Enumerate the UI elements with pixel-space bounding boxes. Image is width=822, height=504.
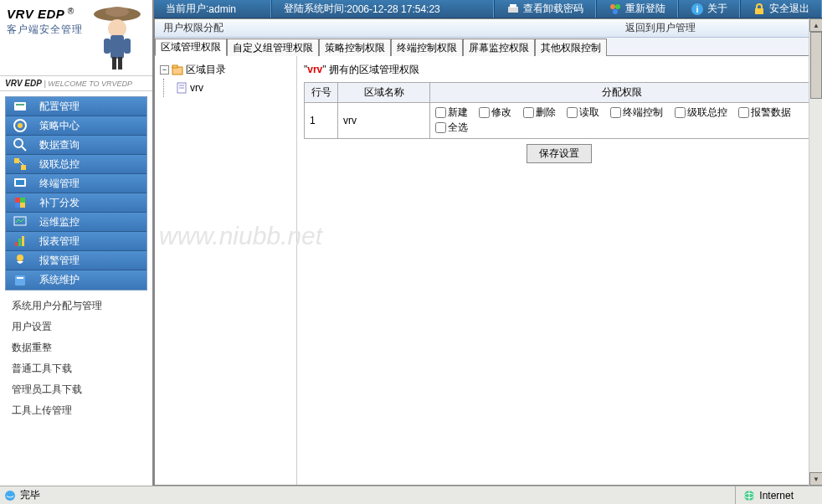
page-title: 用户权限分配: [163, 21, 223, 35]
save-button[interactable]: 保存设置: [527, 144, 592, 163]
table-row: 1 vrv 新建 修改 删除 读取 终端控制 级联总控 报警数据 全选: [305, 103, 814, 139]
permission-tabs: 区域管理权限 自定义组管理权限 策略控制权限 终端控制权限 屏幕监控权限 其他权…: [155, 38, 821, 56]
cell-permissions: 新建 修改 删除 读取 终端控制 级联总控 报警数据 全选: [430, 103, 814, 139]
status-bar: 完毕 Internet: [0, 486, 822, 504]
cell-region-name: vrv: [338, 103, 430, 139]
nav-item-policy[interactable]: 策略中心: [6, 116, 146, 136]
tab-policy-ctrl[interactable]: 策略控制权限: [319, 39, 391, 56]
nav-item-terminal[interactable]: 终端管理: [6, 174, 146, 193]
status-zone: Internet: [759, 490, 794, 501]
perm-modify[interactable]: 修改: [479, 105, 511, 120]
svg-point-1: [105, 7, 129, 17]
printer-icon: [506, 3, 520, 16]
nav-item-cascade[interactable]: 级联总控: [6, 155, 146, 174]
main-nav-menu: 配置管理 策略中心 数据查询 级联总控 终端管理 补丁分发 运维监控 报表管理 …: [5, 96, 147, 291]
svg-rect-7: [118, 57, 122, 69]
content-body: − 区域目录 vrv "vrv" 拥有的区域管理权限 行号 区域名称 分配权限: [155, 56, 821, 485]
cascade-icon: [13, 157, 28, 172]
scroll-thumb[interactable]: [810, 32, 822, 99]
region-tree-panel: − 区域目录 vrv: [155, 56, 297, 485]
col-permissions: 分配权限: [430, 83, 814, 103]
sub-item-data-reorg[interactable]: 数据重整: [7, 337, 146, 358]
perm-read-checkbox[interactable]: [567, 107, 578, 118]
nav-item-patch[interactable]: 补丁分发: [6, 193, 146, 213]
sub-item-admin-tool-dl[interactable]: 管理员工具下载: [7, 379, 146, 400]
svg-text:i: i: [696, 4, 698, 14]
svg-point-33: [615, 4, 620, 9]
scroll-down-button[interactable]: ▼: [809, 472, 822, 486]
perm-alarm[interactable]: 报警数据: [738, 105, 791, 120]
svg-point-34: [613, 9, 618, 14]
svg-point-2: [108, 19, 126, 38]
nav-item-config[interactable]: 配置管理: [6, 97, 146, 116]
sub-item-user-alloc[interactable]: 系统用户分配与管理: [7, 296, 146, 316]
current-user-cell: 当前用户:admin: [154, 0, 271, 18]
perm-create[interactable]: 新建: [435, 105, 468, 120]
status-text: 完毕: [20, 488, 40, 502]
tree-child-node[interactable]: vrv: [176, 80, 203, 95]
back-to-users-link[interactable]: 返回到用户管理: [625, 21, 696, 35]
chart-icon: [13, 234, 28, 249]
mascot-icon: [89, 2, 146, 73]
svg-rect-26: [22, 236, 24, 246]
svg-point-11: [18, 123, 23, 128]
page-header: 用户权限分配 返回到用户管理: [155, 19, 821, 38]
svg-rect-22: [20, 203, 25, 208]
people-icon: [609, 3, 622, 16]
terminal-icon: [13, 176, 28, 191]
perm-alarm-checkbox[interactable]: [738, 107, 749, 118]
perm-delete[interactable]: 删除: [523, 105, 556, 120]
top-bar: 当前用户:admin 登陆系统时间:2006-12-28 17:54:23 查看…: [154, 0, 822, 18]
tab-terminal-ctrl[interactable]: 终端控制权限: [391, 39, 463, 56]
tree-child-label: vrv: [190, 82, 203, 94]
save-row: 保存设置: [304, 139, 814, 168]
nav-item-data[interactable]: 数据查询: [6, 136, 146, 155]
svg-rect-39: [172, 65, 177, 68]
svg-rect-37: [755, 8, 763, 14]
perm-modify-checkbox[interactable]: [479, 107, 490, 118]
info-icon: i: [691, 3, 704, 16]
perm-create-checkbox[interactable]: [435, 107, 446, 118]
login-time-cell: 登陆系统时间:2006-12-28 17:54:23: [271, 0, 494, 18]
tab-screen-monitor[interactable]: 屏幕监控权限: [463, 39, 535, 56]
svg-rect-3: [110, 35, 124, 59]
about-button[interactable]: i关于: [678, 0, 740, 18]
svg-rect-18: [16, 180, 24, 185]
scroll-up-button[interactable]: ▲: [809, 18, 822, 32]
exit-button[interactable]: 安全退出: [740, 0, 822, 18]
perm-read[interactable]: 读取: [567, 105, 599, 120]
perm-all[interactable]: 全选: [435, 121, 468, 135]
svg-rect-4: [104, 39, 110, 54]
view-password-button[interactable]: 查看卸载密码: [494, 0, 596, 18]
vertical-scrollbar[interactable]: ▲ ▼: [809, 18, 822, 486]
sub-item-user-setting[interactable]: 用户设置: [7, 316, 146, 337]
tree-root-node[interactable]: − 区域目录: [160, 61, 291, 79]
nav-item-system[interactable]: 系统维护: [6, 270, 146, 290]
perm-terminal[interactable]: 终端控制: [610, 105, 663, 120]
svg-rect-28: [15, 275, 25, 285]
status-right: Internet: [735, 486, 819, 504]
svg-rect-29: [17, 277, 23, 279]
perm-cascade-checkbox[interactable]: [675, 107, 686, 118]
collapse-icon[interactable]: −: [160, 65, 169, 75]
perm-cascade[interactable]: 级联总控: [675, 105, 727, 120]
nav-item-ops[interactable]: 运维监控: [6, 213, 146, 232]
tab-custom-group[interactable]: 自定义组管理权限: [227, 39, 319, 56]
sub-item-tool-dl[interactable]: 普通工具下载: [7, 358, 146, 379]
nav-item-report[interactable]: 报表管理: [6, 232, 146, 251]
internet-zone-icon: [742, 489, 756, 502]
sub-item-tool-upload[interactable]: 工具上传管理: [7, 400, 146, 421]
document-icon: [176, 82, 188, 94]
perm-all-checkbox[interactable]: [435, 122, 446, 133]
svg-rect-20: [20, 198, 25, 203]
perm-delete-checkbox[interactable]: [523, 107, 534, 118]
sub-nav-list: 系统用户分配与管理 用户设置 数据重整 普通工具下载 管理员工具下载 工具上传管…: [7, 296, 146, 421]
col-region-name: 区域名称: [338, 83, 430, 103]
perm-terminal-checkbox[interactable]: [610, 107, 621, 118]
tab-region[interactable]: 区域管理权限: [155, 39, 227, 56]
svg-rect-25: [18, 239, 21, 246]
nav-item-alarm[interactable]: 报警管理: [6, 251, 146, 270]
relogin-button[interactable]: 重新登陆: [596, 0, 678, 18]
svg-rect-8: [14, 102, 26, 111]
tab-other-ctrl[interactable]: 其他权限控制: [535, 39, 607, 56]
